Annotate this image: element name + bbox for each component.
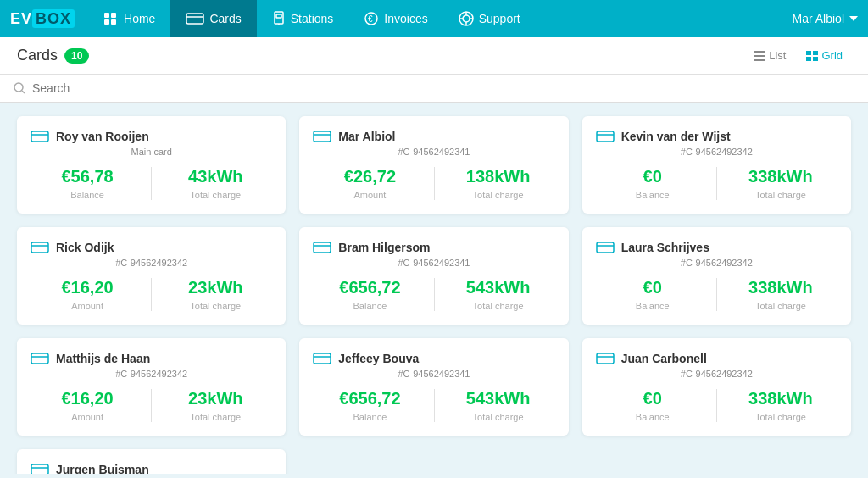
stat-secondary: 543kWh Total charge <box>442 278 555 311</box>
card-id: #C-94562492341 <box>313 258 554 268</box>
svg-rect-22 <box>806 57 811 61</box>
stat-primary-value: €656,72 <box>313 389 426 409</box>
card-stats: €0 Balance 338kWh Total charge <box>596 278 837 311</box>
stat-secondary: 138kWh Total charge <box>442 167 555 200</box>
brand-text: EVBOX <box>10 10 75 28</box>
user-menu[interactable]: Mar Albiol <box>793 12 858 25</box>
card-id: #C-94562492342 <box>596 147 837 157</box>
card-stats: €16,20 Amount 23kWh Total charge <box>31 278 272 311</box>
card-stats: €656,72 Balance 543kWh Total charge <box>313 389 554 422</box>
cards-count-badge: 10 <box>64 48 89 64</box>
stat-primary-value: €656,72 <box>313 278 426 297</box>
svg-text:€: € <box>368 14 373 24</box>
stat-secondary-label: Total charge <box>159 301 272 311</box>
page-title: Cards <box>17 47 58 64</box>
stat-primary-value: €0 <box>596 278 709 297</box>
svg-rect-44 <box>31 464 48 474</box>
card-item[interactable]: Jeffeey Bouva #C-94562492341 €656,72 Bal… <box>299 338 568 436</box>
stat-secondary-value: 23kWh <box>159 278 272 297</box>
stat-primary: €656,72 Balance <box>313 389 426 422</box>
card-stats: €656,72 Balance 543kWh Total charge <box>313 278 554 311</box>
support-icon <box>459 11 474 26</box>
stat-secondary: 338kWh Total charge <box>724 167 837 200</box>
svg-rect-42 <box>597 353 614 364</box>
card-item[interactable]: Roy van Rooijen Main card €56,78 Balance… <box>17 116 286 214</box>
card-header: Laura Schrijves <box>596 241 837 254</box>
page-header: Cards 10 List Grid <box>0 37 868 75</box>
card-item[interactable]: Rick Odijk #C-94562492342 €16,20 Amount … <box>17 227 286 325</box>
card-item[interactable]: Matthijs de Haan #C-94562492342 €16,20 A… <box>17 338 286 436</box>
card-type-icon <box>313 242 331 253</box>
stat-primary: €16,20 Amount <box>31 389 144 422</box>
stat-primary: €656,72 Balance <box>313 278 426 311</box>
stat-secondary: 23kWh Total charge <box>159 389 272 422</box>
card-id: #C-94562492342 <box>596 369 837 379</box>
chevron-down-icon <box>849 16 858 21</box>
card-type-icon <box>313 353 331 364</box>
card-type-icon <box>31 464 49 474</box>
nav-invoices[interactable]: € Invoices <box>348 0 442 37</box>
nav-stations[interactable]: Stations <box>257 0 349 37</box>
stat-secondary-label: Total charge <box>159 190 272 200</box>
card-item[interactable]: Mar Albiol #C-94562492341 €26,72 Amount … <box>299 116 568 214</box>
stat-primary-label: Balance <box>596 412 709 422</box>
nav-cards[interactable]: Cards <box>170 0 256 37</box>
stat-primary-label: Balance <box>31 190 144 200</box>
svg-rect-0 <box>104 13 109 18</box>
card-item[interactable]: Kevin van der Wijst #C-94562492342 €0 Ba… <box>582 116 851 214</box>
nav-home[interactable]: Home <box>88 0 170 37</box>
card-id: #C-94562492341 <box>313 369 554 379</box>
card-header: Jurgen Buisman <box>31 463 272 474</box>
svg-rect-21 <box>813 51 818 55</box>
nav-support[interactable]: Support <box>443 0 536 37</box>
card-stats: €0 Balance 338kWh Total charge <box>596 389 837 422</box>
stat-secondary-label: Total charge <box>442 412 555 422</box>
list-icon <box>754 51 765 61</box>
svg-rect-18 <box>754 55 765 57</box>
stat-divider <box>434 278 435 311</box>
stat-secondary: 338kWh Total charge <box>724 389 837 422</box>
stat-primary-label: Balance <box>313 412 426 422</box>
card-stats: €26,72 Amount 138kWh Total charge <box>313 167 554 200</box>
search-bar <box>0 75 868 103</box>
card-id: Main card <box>31 147 272 157</box>
card-owner-name: Roy van Rooijen <box>56 130 149 143</box>
stat-primary-label: Balance <box>596 301 709 311</box>
card-item[interactable]: Laura Schrijves #C-94562492342 €0 Balanc… <box>582 227 851 325</box>
card-id: #C-94562492342 <box>31 369 272 379</box>
stat-primary-label: Amount <box>31 301 144 311</box>
stat-secondary-label: Total charge <box>159 412 272 422</box>
nav-items: Home Cards Stations € Invoices Support <box>88 0 793 37</box>
card-type-icon <box>313 131 331 142</box>
stat-primary-value: €0 <box>596 167 709 186</box>
grid-view-button[interactable]: Grid <box>798 46 851 65</box>
svg-point-24 <box>14 83 23 92</box>
invoice-icon: € <box>364 12 379 25</box>
brand-logo[interactable]: EVBOX <box>10 10 75 28</box>
search-icon <box>14 82 25 94</box>
svg-rect-3 <box>111 19 116 25</box>
card-item[interactable]: Jurgen Buisman #C-94562492342 <box>17 449 286 474</box>
card-item[interactable]: Bram Hilgersom #C-94562492341 €656,72 Ba… <box>299 227 568 325</box>
stat-primary: €16,20 Amount <box>31 278 144 311</box>
stat-secondary-label: Total charge <box>724 412 837 422</box>
stat-primary: €0 Balance <box>596 167 709 200</box>
stat-primary-value: €56,78 <box>31 167 144 186</box>
card-item[interactable]: Juan Carbonell #C-94562492342 €0 Balance… <box>582 338 851 436</box>
svg-rect-1 <box>104 19 109 25</box>
svg-rect-34 <box>314 242 331 253</box>
list-view-button[interactable]: List <box>745 46 794 65</box>
card-type-icon <box>596 242 615 253</box>
svg-rect-40 <box>314 353 331 364</box>
stat-secondary-label: Total charge <box>442 190 555 200</box>
card-type-icon <box>31 353 49 364</box>
stat-secondary-value: 338kWh <box>724 389 837 409</box>
stat-divider <box>434 167 435 200</box>
card-header: Matthijs de Haan <box>31 352 272 365</box>
svg-rect-26 <box>31 131 48 142</box>
stat-secondary-value: 43kWh <box>159 167 272 186</box>
stat-primary-label: Amount <box>31 412 144 422</box>
card-owner-name: Matthijs de Haan <box>56 352 150 365</box>
stat-secondary-value: 543kWh <box>442 278 555 297</box>
search-input[interactable] <box>32 81 202 95</box>
